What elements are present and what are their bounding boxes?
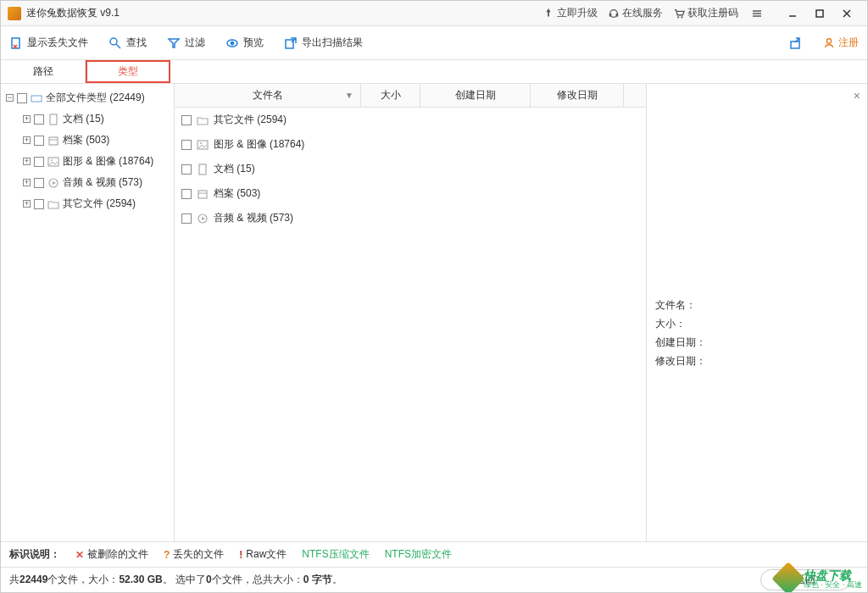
filter-button[interactable]: 过滤	[167, 36, 205, 50]
share-icon	[789, 36, 803, 50]
filter-label: 过滤	[185, 36, 205, 50]
expand-icon[interactable]: +	[23, 179, 31, 186]
svg-point-20	[51, 159, 53, 161]
checkbox[interactable]	[17, 93, 27, 103]
maximize-button[interactable]	[806, 2, 833, 25]
checkbox[interactable]	[181, 115, 192, 125]
folder-icon	[197, 114, 209, 126]
checkbox[interactable]	[181, 164, 192, 175]
tree-root[interactable]: − 全部文件类型 (22449)	[1, 87, 174, 108]
preview-modified: 修改日期：	[655, 352, 859, 370]
col-size[interactable]: 大小	[361, 84, 420, 107]
title-bar: 迷你兔数据恢复 v9.1 立即升级 在线服务 获取注册码	[1, 1, 867, 26]
legend-ntfs-comp: NTFS压缩文件	[302, 547, 369, 562]
preview-close-button[interactable]: ×	[854, 89, 860, 103]
checkbox[interactable]	[181, 189, 192, 199]
tab-path[interactable]: 路径	[1, 60, 86, 83]
toolbar: 显示丢失文件 查找 过滤 预览 导出扫描结果 注册	[1, 26, 867, 60]
tree-root-label: 全部文件类型 (22449)	[46, 91, 145, 105]
watermark-sub: 绿色 · 安全 · 高速	[804, 581, 862, 589]
col-filename[interactable]: 文件名▼	[175, 84, 361, 107]
checkbox[interactable]	[34, 136, 44, 146]
image-icon	[197, 139, 209, 151]
status-text: 共22449个文件，大小：52.30 GB。 选中了0个文件，总共大小：0 字节…	[9, 573, 342, 587]
tree-item[interactable]: + 档案 (503)	[1, 130, 174, 151]
svg-rect-16	[50, 114, 57, 125]
collapse-icon[interactable]: −	[6, 94, 14, 102]
checkbox[interactable]	[34, 114, 44, 125]
list-row[interactable]: 其它文件 (2594)	[175, 108, 646, 132]
tab-type[interactable]: 类型	[86, 60, 170, 83]
tree-item-label: 文档 (15)	[63, 112, 104, 126]
svg-point-3	[677, 16, 679, 18]
close-icon	[842, 8, 852, 19]
checkbox[interactable]	[181, 140, 192, 150]
show-lost-files-button[interactable]: 显示丢失文件	[9, 36, 88, 50]
person-icon	[823, 37, 835, 49]
tree-item[interactable]: + 图形 & 图像 (18764)	[1, 151, 174, 172]
svg-point-11	[231, 42, 234, 45]
register-label: 注册	[838, 36, 859, 50]
list-row[interactable]: 档案 (503)	[175, 181, 646, 206]
find-button[interactable]: 查找	[108, 36, 147, 50]
search-icon	[108, 36, 122, 50]
get-code-link[interactable]: 获取注册码	[673, 6, 738, 20]
tree-item[interactable]: + 音频 & 视频 (573)	[1, 172, 174, 193]
col-modified[interactable]: 修改日期	[531, 84, 624, 107]
export-label: 导出扫描结果	[302, 36, 363, 50]
col-created[interactable]: 创建日期	[420, 84, 531, 107]
tree-item-label: 其它文件 (2594)	[63, 197, 136, 211]
legend-ntfs-enc: NTFS加密文件	[385, 547, 452, 562]
legend-raw: !Raw文件	[239, 547, 287, 562]
close-button[interactable]	[833, 2, 860, 25]
list-row[interactable]: 文档 (15)	[175, 157, 646, 181]
svg-point-14	[826, 38, 831, 42]
tree-item[interactable]: + 文档 (15)	[1, 108, 174, 130]
preview-label: 预览	[243, 36, 264, 50]
list-row-label: 文档 (15)	[214, 162, 255, 176]
tree-item[interactable]: + 其它文件 (2594)	[1, 193, 174, 214]
share-button[interactable]	[789, 36, 803, 50]
minimize-button[interactable]	[779, 2, 806, 25]
online-service-label: 在线服务	[622, 6, 663, 20]
svg-point-23	[200, 142, 202, 144]
preview-button[interactable]: 预览	[225, 36, 264, 50]
list-header: 文件名▼ 大小 创建日期 修改日期	[175, 84, 646, 108]
online-service-link[interactable]: 在线服务	[608, 6, 663, 20]
checkbox[interactable]	[34, 199, 44, 209]
list-row[interactable]: 音频 & 视频 (573)	[175, 206, 646, 230]
register-button[interactable]: 注册	[823, 36, 859, 50]
preview-panel: × 文件名： 大小： 创建日期： 修改日期：	[647, 84, 867, 541]
upgrade-label: 立即升级	[557, 6, 598, 20]
expand-icon[interactable]: +	[23, 200, 31, 208]
legend-label: 标识说明：	[9, 547, 60, 562]
expand-icon[interactable]: +	[23, 115, 31, 123]
legend-lost: ?丢失的文件	[164, 547, 224, 562]
legend-bar: 标识说明： ✕被删除的文件 ?丢失的文件 !Raw文件 NTFS压缩文件 NTF…	[1, 541, 867, 567]
headset-icon	[608, 8, 620, 19]
upgrade-link[interactable]: 立即升级	[542, 6, 598, 20]
expand-icon[interactable]: +	[23, 136, 31, 144]
expand-icon[interactable]: +	[23, 158, 31, 165]
tree-item-label: 档案 (503)	[63, 133, 109, 147]
checkbox[interactable]	[34, 178, 44, 188]
svg-line-9	[116, 44, 120, 48]
sort-desc-icon: ▼	[345, 91, 353, 100]
media-icon	[197, 213, 209, 224]
preview-fields: 文件名： 大小： 创建日期： 修改日期：	[655, 296, 859, 370]
show-lost-files-label: 显示丢失文件	[27, 36, 88, 50]
svg-rect-6	[816, 10, 823, 17]
menu-button[interactable]	[743, 2, 771, 25]
watermark-main: 快盘下载	[804, 569, 862, 581]
main-area: − 全部文件类型 (22449) + 文档 (15) + 档案 (503) + …	[1, 84, 867, 541]
list-row[interactable]: 图形 & 图像 (18764)	[175, 132, 646, 157]
find-label: 查找	[126, 36, 147, 50]
export-button[interactable]: 导出扫描结果	[284, 36, 363, 50]
tree-item-label: 音频 & 视频 (573)	[63, 175, 142, 190]
menu-icon	[751, 8, 763, 19]
checkbox[interactable]	[34, 157, 44, 167]
checkbox[interactable]	[181, 213, 192, 224]
app-icon	[8, 7, 21, 20]
list-row-label: 音频 & 视频 (573)	[214, 211, 293, 225]
svg-rect-15	[31, 96, 42, 102]
